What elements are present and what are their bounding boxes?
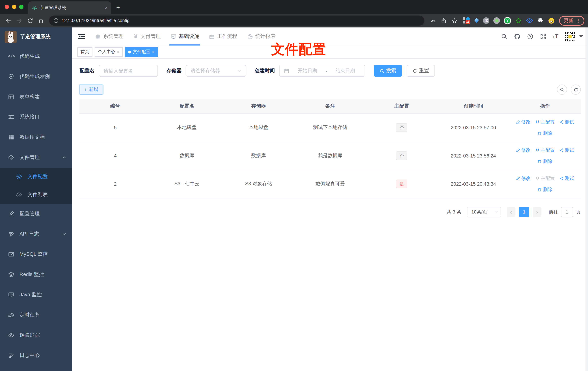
refresh-button[interactable] (571, 85, 581, 95)
window-minimize-button[interactable] (12, 5, 16, 9)
new-tab-button[interactable] (116, 4, 120, 11)
close-icon[interactable] (152, 49, 155, 54)
back-icon[interactable] (4, 16, 13, 25)
app: 芋道管理系统 </> 代码生成 代码生成示例 表单构建 系统接口 (0, 27, 588, 371)
extension-star-icon[interactable] (515, 17, 522, 24)
site-info-icon[interactable] (53, 18, 59, 23)
hide-search-button[interactable] (557, 85, 567, 95)
search-icon[interactable] (501, 33, 507, 40)
edit-action[interactable]: 修改 (516, 175, 531, 181)
key-icon[interactable] (428, 16, 437, 25)
sidebar-item-file-config[interactable]: 文件配置 (0, 168, 72, 186)
page-size-select[interactable]: 10条/页 (467, 207, 501, 217)
home-icon[interactable] (36, 16, 45, 25)
search-icon (380, 68, 384, 73)
sidebar-item-api-log[interactable]: API 日志 (0, 224, 72, 244)
delete-action[interactable]: 删除 (538, 158, 552, 165)
topnav-payment-management[interactable]: 支付管理 (133, 27, 161, 45)
close-icon[interactable] (117, 49, 120, 54)
scrollbar-track[interactable] (586, 27, 588, 371)
extension-puzzle-icon[interactable] (537, 17, 544, 24)
extension-y-icon[interactable] (504, 17, 511, 24)
sidebar-item-mysql-monitor[interactable]: MySQL 监控 (0, 244, 72, 265)
caret-down-icon[interactable] (579, 35, 583, 38)
sidebar-item-log-center[interactable]: 日志中心 (0, 345, 72, 366)
prev-page-button[interactable] (507, 207, 515, 217)
sidebar-item-form-builder[interactable]: 表单构建 (0, 87, 72, 107)
col-created: 创建时间 (438, 99, 509, 113)
sidebar-item-code-gen[interactable]: </> 代码生成 (0, 46, 72, 66)
sidebar-item-java-monitor[interactable]: Java 监控 (0, 285, 72, 305)
storage-select[interactable]: 请选择存储器 (186, 65, 246, 77)
test-action[interactable]: 测试 (559, 147, 574, 153)
master-action[interactable]: 主配置 (535, 147, 555, 153)
extension-record-icon[interactable] (493, 17, 500, 24)
sidebar-item-code-gen-demo[interactable]: 代码生成示例 (0, 66, 72, 87)
test-action[interactable]: 测试 (559, 175, 574, 181)
forward-icon[interactable] (14, 16, 24, 25)
config-name-input[interactable] (104, 68, 153, 74)
sidebar-item-tracing[interactable]: 链路追踪 (0, 325, 72, 345)
current-page[interactable]: 1 (519, 207, 529, 217)
window-zoom-button[interactable] (19, 5, 23, 9)
browser-tab[interactable]: 芋道管理系统 (28, 1, 111, 14)
sidebar-item-system-api[interactable]: 系统接口 (0, 107, 72, 127)
add-button[interactable]: 新增 (79, 85, 103, 95)
sidebar-item-file-list[interactable]: 文件列表 (0, 186, 72, 204)
url-bar[interactable]: 127.0.0.1:1024/infra/file/file-config (49, 16, 424, 26)
master-action[interactable]: 主配置 (535, 119, 555, 125)
delete-action[interactable]: 删除 (538, 130, 552, 136)
tag-view-file-config[interactable]: 文件配置 (125, 47, 158, 56)
topnav-system-management[interactable]: 系统管理 (95, 27, 124, 45)
date-range-input[interactable]: 开始日期 - 结束日期 (279, 65, 365, 77)
search-button[interactable]: 搜索 (374, 65, 402, 77)
extension-eye-icon[interactable] (526, 17, 533, 24)
fullscreen-icon[interactable] (540, 33, 546, 40)
browser-tabstrip: 芋道管理系统 (0, 0, 588, 14)
chart-line-icon (8, 251, 14, 258)
kebab-menu-icon[interactable] (576, 18, 580, 23)
delete-action[interactable]: 删除 (538, 186, 552, 193)
topnav-infrastructure[interactable]: 基础设施 (170, 27, 199, 45)
sidebar-item-file-management[interactable]: 文件管理 (0, 147, 72, 168)
sidebar-item-redis-monitor[interactable]: Redis 监控 (0, 265, 72, 285)
app-title: 芋道管理系统 (20, 34, 51, 40)
master-badge: 是 (396, 180, 408, 188)
tag-view-home[interactable]: 首页 (77, 47, 93, 56)
sidebar-collapse-icon[interactable] (78, 32, 86, 41)
window-close-button[interactable] (5, 5, 9, 9)
github-icon[interactable] (514, 33, 520, 40)
sidebar-logo[interactable]: 芋道管理系统 (0, 27, 72, 46)
help-icon[interactable] (527, 33, 534, 40)
chevron-down-icon (62, 232, 66, 236)
extension-emoji-icon[interactable] (548, 17, 555, 24)
star-icon[interactable] (450, 16, 459, 25)
reset-button[interactable]: 重置 (407, 65, 435, 77)
file-config-table: 编号 配置名 存储器 备注 主配置 创建时间 操作 5 本地磁盘 (79, 99, 581, 198)
next-page-button[interactable] (533, 207, 541, 217)
edit-action[interactable]: 修改 (516, 119, 531, 125)
timer-icon (8, 312, 14, 318)
briefcase-icon (209, 33, 215, 40)
sidebar-item-scheduled-tasks[interactable]: 定时任务 (0, 305, 72, 325)
extension-grid-icon[interactable]: 11 (463, 17, 470, 24)
magnet-icon (535, 176, 540, 180)
reload-icon[interactable] (25, 16, 35, 25)
sidebar-item-db-doc[interactable]: 数据库文档 (0, 127, 72, 147)
avatar[interactable] (565, 31, 575, 42)
share-icon[interactable] (439, 16, 448, 25)
font-size-icon[interactable]: TT (553, 34, 558, 39)
update-button[interactable]: 更新 (559, 16, 584, 25)
extension-kite-icon[interactable] (474, 18, 479, 23)
edit-action[interactable]: 修改 (516, 147, 531, 153)
tag-view-profile[interactable]: 个人中心 (95, 47, 123, 56)
goto-page-input[interactable] (561, 207, 573, 217)
test-action[interactable]: 测试 (559, 119, 574, 125)
sidebar-item-config-management[interactable]: 配置管理 (0, 204, 72, 224)
tab-close-icon[interactable] (105, 5, 108, 10)
chevron-down-icon (494, 210, 498, 214)
topnav-workflow[interactable]: 工作流程 (209, 27, 237, 45)
col-id: 编号 (79, 99, 151, 113)
cloud-upload-icon (16, 191, 22, 198)
extension-command-icon[interactable] (483, 17, 489, 24)
